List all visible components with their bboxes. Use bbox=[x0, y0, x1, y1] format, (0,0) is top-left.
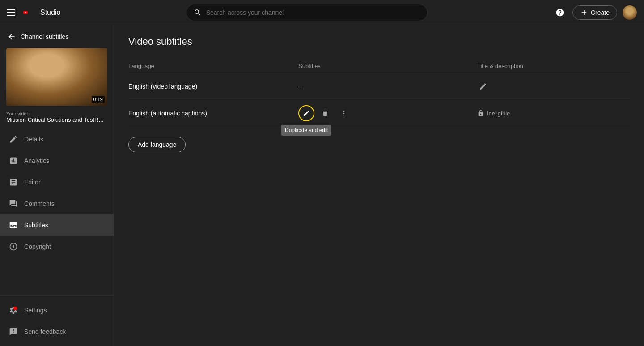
studio-label: Studio bbox=[40, 9, 60, 17]
sidebar-item-subtitles[interactable]: Subtitles bbox=[0, 214, 114, 236]
video-info: Your video Mission Critical Solutions an… bbox=[0, 109, 114, 128]
back-arrow-icon bbox=[7, 32, 16, 41]
settings-label: Settings bbox=[24, 307, 47, 314]
details-label: Details bbox=[24, 136, 43, 143]
table-row: English (video language) – bbox=[128, 74, 630, 99]
edit-title-button[interactable] bbox=[477, 81, 489, 92]
subtitles-table: Language Subtitles Title & description E… bbox=[128, 58, 630, 128]
menu-icon[interactable] bbox=[7, 7, 18, 18]
channel-header: Channel subtitles bbox=[0, 25, 114, 45]
top-navigation: Studio Create bbox=[0, 0, 644, 25]
video-name: Mission Critical Solutions and TestR... bbox=[6, 116, 107, 123]
title-cell-1 bbox=[477, 74, 630, 99]
sidebar-item-details[interactable]: Details bbox=[0, 128, 114, 150]
subtitles-icon bbox=[9, 221, 18, 230]
lock-icon bbox=[477, 110, 484, 117]
search-box bbox=[186, 4, 428, 21]
create-button[interactable]: Create bbox=[572, 5, 617, 20]
nav-left: Studio bbox=[7, 7, 60, 18]
analytics-icon bbox=[9, 156, 18, 165]
logo[interactable]: Studio bbox=[23, 8, 60, 17]
ineligible-status: Ineligible bbox=[477, 110, 630, 117]
subtitles-cell-2: Duplicate and edit bbox=[298, 99, 477, 128]
copyright-label: Copyright bbox=[24, 243, 51, 250]
content-area: Video subtitles Language Subtitles Title… bbox=[114, 25, 644, 346]
sidebar-item-copyright[interactable]: Copyright bbox=[0, 236, 114, 257]
language-cell: English (video language) bbox=[128, 74, 298, 99]
page-title: Video subtitles bbox=[128, 36, 630, 47]
more-vert-icon bbox=[340, 110, 347, 117]
delete-icon bbox=[322, 110, 329, 117]
table-header: Language Subtitles Title & description bbox=[128, 58, 630, 74]
comments-icon bbox=[9, 199, 18, 208]
col-header-subtitles: Subtitles bbox=[298, 58, 477, 74]
language-cell-2: English (automatic captions) bbox=[128, 99, 298, 128]
editor-icon bbox=[9, 178, 18, 187]
duplicate-edit-icon bbox=[303, 110, 310, 117]
youtube-icon bbox=[23, 8, 38, 17]
subtitles-label: Subtitles bbox=[24, 222, 48, 229]
col-header-title: Title & description bbox=[477, 58, 630, 74]
settings-notification-dot bbox=[13, 307, 17, 310]
details-icon bbox=[9, 135, 18, 144]
help-button[interactable] bbox=[553, 5, 567, 20]
nav-items: Details Analytics Editor bbox=[0, 128, 114, 295]
copyright-icon bbox=[9, 242, 18, 251]
subtitle-actions: Duplicate and edit bbox=[298, 105, 477, 121]
video-duration: 0:19 bbox=[92, 96, 105, 103]
editor-label: Editor bbox=[24, 179, 41, 186]
title-cell-2: Ineligible bbox=[477, 99, 630, 128]
comments-label: Comments bbox=[24, 200, 55, 207]
channel-subtitle-label: Channel subtitles bbox=[21, 33, 68, 40]
sidebar-item-settings[interactable]: Settings bbox=[0, 299, 114, 321]
duplicate-edit-button[interactable] bbox=[298, 105, 314, 121]
your-video-label: Your video bbox=[6, 111, 107, 116]
search-bar-container bbox=[68, 4, 546, 21]
add-language-button[interactable]: Add language bbox=[128, 137, 186, 152]
more-options-button[interactable] bbox=[336, 105, 352, 121]
create-label: Create bbox=[591, 9, 610, 16]
feedback-label: Send feedback bbox=[24, 328, 66, 335]
sidebar-item-analytics[interactable]: Analytics bbox=[0, 150, 114, 171]
main-layout: Channel subtitles 0:19 Your video Missio… bbox=[0, 25, 644, 346]
delete-button[interactable] bbox=[317, 105, 333, 121]
sidebar-item-editor[interactable]: Editor bbox=[0, 171, 114, 193]
avatar[interactable] bbox=[623, 5, 637, 20]
search-input[interactable] bbox=[206, 9, 420, 16]
sidebar: Channel subtitles 0:19 Your video Missio… bbox=[0, 25, 114, 346]
video-thumbnail-container[interactable]: 0:19 bbox=[6, 48, 107, 106]
ineligible-text: Ineligible bbox=[487, 110, 510, 117]
sidebar-item-comments[interactable]: Comments bbox=[0, 193, 114, 214]
back-button[interactable] bbox=[7, 32, 16, 41]
settings-icon-wrap bbox=[9, 306, 18, 315]
create-icon bbox=[580, 9, 588, 17]
sidebar-bottom: Settings Send feedback bbox=[0, 295, 114, 346]
col-header-language: Language bbox=[128, 58, 298, 74]
table-row: English (automatic captions) Duplicate a… bbox=[128, 99, 630, 128]
edit-pencil-icon bbox=[479, 82, 487, 90]
table-body: English (video language) – bbox=[128, 74, 630, 128]
search-icon bbox=[194, 9, 202, 17]
nav-right: Create bbox=[553, 5, 637, 20]
duplicate-edit-container: Duplicate and edit bbox=[298, 105, 314, 121]
feedback-icon bbox=[9, 327, 18, 336]
subtitles-cell-1: – bbox=[298, 74, 477, 99]
analytics-label: Analytics bbox=[24, 157, 49, 164]
sidebar-item-feedback[interactable]: Send feedback bbox=[0, 321, 114, 342]
